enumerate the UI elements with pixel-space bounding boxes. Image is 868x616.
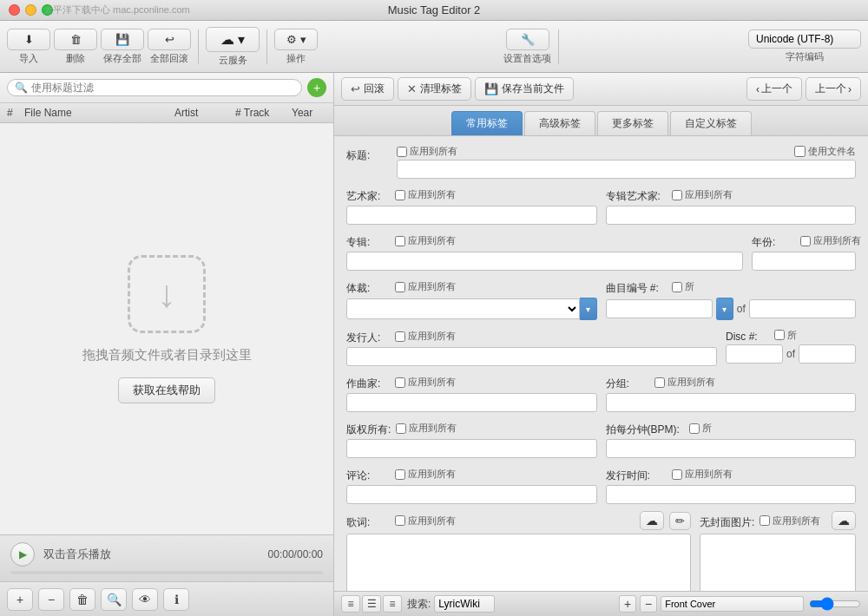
composer-apply-check[interactable]: 应用到所有: [395, 376, 456, 389]
genre-apply-checkbox[interactable]: [395, 282, 405, 292]
delete-button[interactable]: 🗑: [54, 29, 97, 50]
minimize-button[interactable]: [25, 4, 36, 16]
release-time-input[interactable]: [606, 485, 857, 504]
genre-dropdown-button[interactable]: ▾: [580, 298, 597, 320]
bpm-input[interactable]: [606, 439, 857, 458]
tab-custom-tags[interactable]: 自定义标签: [670, 111, 752, 135]
title-apply-checkbox[interactable]: [397, 147, 407, 157]
lyrics-textarea[interactable]: [346, 534, 691, 591]
album-artist-apply-check[interactable]: 应用到所有: [672, 188, 733, 201]
cover-apply-checkbox[interactable]: [760, 515, 770, 526]
rollback-button[interactable]: ↩ 回滚: [341, 77, 394, 101]
artist-input[interactable]: [346, 206, 597, 225]
align-center-button[interactable]: ☰: [362, 595, 381, 613]
use-filename-check[interactable]: 使用文件名: [794, 145, 856, 158]
save-file-button[interactable]: 💾 保存当前文件: [475, 77, 574, 101]
lyrics-search-select[interactable]: LyricWiki Genius: [434, 595, 495, 613]
composer-apply-checkbox[interactable]: [395, 377, 405, 388]
copyright-input[interactable]: [346, 439, 597, 458]
bpm-apply-check[interactable]: 所: [689, 422, 712, 435]
cover-add-button[interactable]: +: [619, 595, 636, 613]
album-artist-apply-checkbox[interactable]: [672, 190, 682, 200]
cover-upload-button[interactable]: ☁: [832, 511, 856, 530]
charset-dropdown[interactable]: Unicode (UTF-8) GBK UTF-16 ISO-8859-1: [748, 29, 861, 49]
track-num-apply-checkbox[interactable]: [672, 282, 682, 292]
prev-nav-button[interactable]: ‹ 上一个: [746, 77, 802, 101]
year-apply-check[interactable]: 应用到所有: [800, 234, 861, 247]
revert-button[interactable]: ↩: [148, 29, 191, 50]
album-apply-checkbox[interactable]: [395, 236, 405, 246]
next-nav-button[interactable]: 上一个 ›: [806, 77, 861, 101]
track-num-dropdown-button[interactable]: ▾: [716, 298, 733, 320]
clear-tags-button[interactable]: ✕ 清理标签: [398, 77, 471, 101]
disc-total-input[interactable]: [799, 344, 856, 364]
settings-button[interactable]: 🔧: [506, 29, 549, 50]
publisher-apply-checkbox[interactable]: [395, 331, 405, 342]
copyright-apply-check[interactable]: 应用到所有: [396, 422, 457, 435]
cover-remove-button[interactable]: −: [640, 595, 657, 613]
genre-label-row: 体裁: 应用到所有: [346, 278, 597, 296]
import-button[interactable]: ⬇: [7, 29, 50, 50]
release-time-apply-checkbox[interactable]: [672, 469, 682, 480]
progress-bar[interactable]: [10, 571, 323, 574]
close-button[interactable]: [9, 4, 20, 16]
lyrics-edit-button[interactable]: ✏: [669, 512, 691, 530]
tab-common-tags[interactable]: 常用标签: [451, 111, 523, 135]
help-button[interactable]: 获取在线帮助: [118, 377, 215, 403]
track-num-apply-check[interactable]: 所: [672, 280, 694, 293]
genre-apply-check[interactable]: 应用到所有: [395, 280, 456, 293]
cover-apply-check[interactable]: 应用到所有: [760, 514, 820, 528]
search-file-button[interactable]: 🔍: [101, 588, 127, 611]
track-total-input[interactable]: [749, 299, 856, 318]
operations-button[interactable]: ⚙ ▾: [274, 29, 318, 50]
disc-num-input[interactable]: [726, 344, 783, 364]
publisher-input[interactable]: [346, 347, 717, 366]
save-all-button[interactable]: 💾: [101, 29, 144, 50]
comment-apply-checkbox[interactable]: [395, 469, 405, 480]
search-add-button[interactable]: +: [307, 78, 326, 97]
add-file-button[interactable]: +: [7, 588, 33, 611]
group-apply-check[interactable]: 应用到所有: [654, 376, 715, 389]
artist-apply-check[interactable]: 应用到所有: [395, 188, 456, 201]
disc-apply-check[interactable]: 所: [774, 329, 797, 342]
copyright-apply-checkbox[interactable]: [396, 423, 406, 434]
use-filename-checkbox[interactable]: [794, 146, 806, 157]
search-input[interactable]: [31, 82, 294, 94]
artist-apply-checkbox[interactable]: [395, 190, 405, 200]
publisher-apply-check[interactable]: 应用到所有: [395, 330, 456, 343]
bpm-apply-checkbox[interactable]: [689, 423, 700, 434]
trash-button[interactable]: 🗑: [69, 588, 95, 611]
track-num-input[interactable]: [606, 299, 713, 318]
disc-apply-checkbox[interactable]: [774, 330, 785, 340]
align-right-button[interactable]: ≡: [383, 595, 402, 613]
align-left-button[interactable]: ≡: [341, 595, 360, 613]
year-apply-checkbox[interactable]: [800, 236, 811, 246]
group-input[interactable]: [606, 393, 857, 412]
preview-button[interactable]: 👁: [132, 588, 158, 611]
cloud-button[interactable]: ☁ ▾: [206, 27, 260, 52]
album-input[interactable]: [346, 252, 743, 271]
cover-label: 无封面图片:: [700, 512, 754, 530]
album-apply-check[interactable]: 应用到所有: [395, 234, 456, 247]
remove-file-button[interactable]: −: [38, 588, 64, 611]
album-artist-input[interactable]: [606, 206, 857, 225]
cover-header: 无封面图片: 应用到所有 ☁: [700, 511, 856, 530]
comment-input[interactable]: [346, 485, 597, 504]
release-time-apply-check[interactable]: 应用到所有: [672, 468, 733, 481]
composer-input[interactable]: [346, 393, 597, 412]
title-apply-check[interactable]: 应用到所有: [397, 145, 457, 158]
comment-apply-check[interactable]: 应用到所有: [395, 468, 456, 481]
tab-advanced-tags[interactable]: 高级标签: [524, 111, 595, 135]
cover-type-select[interactable]: Front Cover Back Cover Artist: [661, 596, 804, 612]
cover-size-slider[interactable]: [809, 597, 861, 611]
genre-select[interactable]: Pop Rock Jazz: [346, 298, 580, 319]
lyrics-apply-checkbox[interactable]: [395, 515, 405, 526]
info-button[interactable]: ℹ: [163, 588, 189, 611]
group-apply-checkbox[interactable]: [654, 377, 665, 388]
title-input[interactable]: [397, 160, 856, 179]
lyrics-upload-button[interactable]: ☁: [640, 511, 664, 530]
tab-more-tags[interactable]: 更多标签: [597, 111, 668, 135]
lyrics-apply-check[interactable]: 应用到所有: [395, 514, 456, 528]
year-input[interactable]: [752, 252, 856, 271]
play-button[interactable]: ▶: [10, 542, 35, 567]
